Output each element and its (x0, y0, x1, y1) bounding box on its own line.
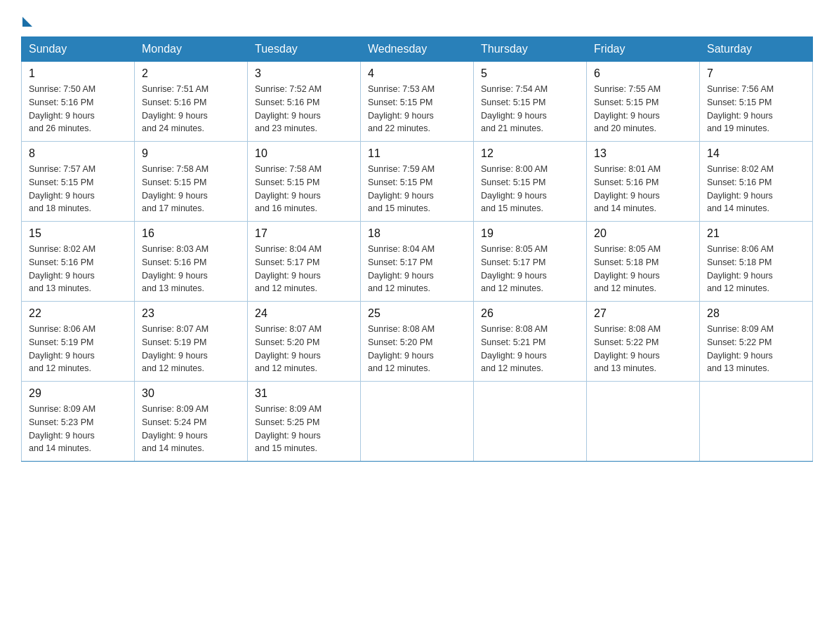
day-number: 14 (707, 147, 805, 160)
day-info: Sunrise: 8:01 AMSunset: 5:16 PMDaylight:… (594, 163, 692, 215)
calendar-cell: 18Sunrise: 8:04 AMSunset: 5:17 PMDayligh… (361, 222, 474, 302)
day-info: Sunrise: 7:59 AMSunset: 5:15 PMDaylight:… (368, 163, 466, 215)
day-number: 7 (707, 67, 805, 80)
day-number: 15 (29, 227, 127, 240)
day-number: 22 (29, 307, 127, 320)
day-number: 18 (368, 227, 466, 240)
day-number: 2 (142, 67, 240, 80)
logo-arrow-icon (22, 17, 32, 27)
day-number: 1 (29, 67, 127, 80)
day-info: Sunrise: 8:08 AMSunset: 5:20 PMDaylight:… (368, 323, 466, 375)
day-info: Sunrise: 8:07 AMSunset: 5:19 PMDaylight:… (142, 323, 240, 375)
day-number: 12 (481, 147, 579, 160)
calendar-cell: 6Sunrise: 7:55 AMSunset: 5:15 PMDaylight… (587, 62, 700, 142)
day-info: Sunrise: 8:05 AMSunset: 5:17 PMDaylight:… (481, 243, 579, 295)
calendar-cell: 14Sunrise: 8:02 AMSunset: 5:16 PMDayligh… (700, 142, 813, 222)
day-info: Sunrise: 7:58 AMSunset: 5:15 PMDaylight:… (142, 163, 240, 215)
day-info: Sunrise: 8:03 AMSunset: 5:16 PMDaylight:… (142, 243, 240, 295)
calendar-cell: 23Sunrise: 8:07 AMSunset: 5:19 PMDayligh… (135, 302, 248, 382)
calendar-cell: 8Sunrise: 7:57 AMSunset: 5:15 PMDaylight… (22, 142, 135, 222)
calendar-cell (474, 382, 587, 462)
day-number: 3 (255, 67, 353, 80)
day-number: 31 (255, 387, 353, 400)
day-info: Sunrise: 7:50 AMSunset: 5:16 PMDaylight:… (29, 83, 127, 135)
day-info: Sunrise: 8:02 AMSunset: 5:16 PMDaylight:… (29, 243, 127, 295)
day-info: Sunrise: 8:09 AMSunset: 5:23 PMDaylight:… (29, 403, 127, 455)
calendar-cell: 28Sunrise: 8:09 AMSunset: 5:22 PMDayligh… (700, 302, 813, 382)
calendar-cell: 15Sunrise: 8:02 AMSunset: 5:16 PMDayligh… (22, 222, 135, 302)
week-row-3: 15Sunrise: 8:02 AMSunset: 5:16 PMDayligh… (22, 222, 813, 302)
calendar-cell: 16Sunrise: 8:03 AMSunset: 5:16 PMDayligh… (135, 222, 248, 302)
calendar-cell: 12Sunrise: 8:00 AMSunset: 5:15 PMDayligh… (474, 142, 587, 222)
day-number: 21 (707, 227, 805, 240)
day-info: Sunrise: 8:06 AMSunset: 5:19 PMDaylight:… (29, 323, 127, 375)
day-number: 16 (142, 227, 240, 240)
page-header (21, 14, 813, 25)
day-info: Sunrise: 7:57 AMSunset: 5:15 PMDaylight:… (29, 163, 127, 215)
calendar-cell: 30Sunrise: 8:09 AMSunset: 5:24 PMDayligh… (135, 382, 248, 462)
calendar-cell: 22Sunrise: 8:06 AMSunset: 5:19 PMDayligh… (22, 302, 135, 382)
week-row-4: 22Sunrise: 8:06 AMSunset: 5:19 PMDayligh… (22, 302, 813, 382)
day-number: 24 (255, 307, 353, 320)
day-number: 8 (29, 147, 127, 160)
day-number: 23 (142, 307, 240, 320)
day-info: Sunrise: 7:56 AMSunset: 5:15 PMDaylight:… (707, 83, 805, 135)
calendar-cell: 21Sunrise: 8:06 AMSunset: 5:18 PMDayligh… (700, 222, 813, 302)
day-header-sunday: Sunday (22, 37, 135, 62)
calendar-cell: 27Sunrise: 8:08 AMSunset: 5:22 PMDayligh… (587, 302, 700, 382)
day-number: 5 (481, 67, 579, 80)
calendar-cell: 9Sunrise: 7:58 AMSunset: 5:15 PMDaylight… (135, 142, 248, 222)
calendar-cell: 7Sunrise: 7:56 AMSunset: 5:15 PMDaylight… (700, 62, 813, 142)
day-info: Sunrise: 7:51 AMSunset: 5:16 PMDaylight:… (142, 83, 240, 135)
day-number: 11 (368, 147, 466, 160)
day-number: 13 (594, 147, 692, 160)
calendar-cell (587, 382, 700, 462)
day-header-saturday: Saturday (700, 37, 813, 62)
calendar-table: SundayMondayTuesdayWednesdayThursdayFrid… (21, 36, 813, 462)
day-info: Sunrise: 8:04 AMSunset: 5:17 PMDaylight:… (255, 243, 353, 295)
calendar-cell: 29Sunrise: 8:09 AMSunset: 5:23 PMDayligh… (22, 382, 135, 462)
day-info: Sunrise: 8:07 AMSunset: 5:20 PMDaylight:… (255, 323, 353, 375)
calendar-cell: 2Sunrise: 7:51 AMSunset: 5:16 PMDaylight… (135, 62, 248, 142)
calendar-cell: 19Sunrise: 8:05 AMSunset: 5:17 PMDayligh… (474, 222, 587, 302)
day-number: 9 (142, 147, 240, 160)
day-number: 4 (368, 67, 466, 80)
week-row-1: 1Sunrise: 7:50 AMSunset: 5:16 PMDaylight… (22, 62, 813, 142)
calendar-cell: 31Sunrise: 8:09 AMSunset: 5:25 PMDayligh… (248, 382, 361, 462)
day-header-thursday: Thursday (474, 37, 587, 62)
day-header-tuesday: Tuesday (248, 37, 361, 62)
day-number: 6 (594, 67, 692, 80)
day-info: Sunrise: 8:08 AMSunset: 5:21 PMDaylight:… (481, 323, 579, 375)
calendar-cell: 3Sunrise: 7:52 AMSunset: 5:16 PMDaylight… (248, 62, 361, 142)
calendar-cell: 4Sunrise: 7:53 AMSunset: 5:15 PMDaylight… (361, 62, 474, 142)
day-number: 19 (481, 227, 579, 240)
day-number: 10 (255, 147, 353, 160)
week-row-2: 8Sunrise: 7:57 AMSunset: 5:15 PMDaylight… (22, 142, 813, 222)
day-info: Sunrise: 7:52 AMSunset: 5:16 PMDaylight:… (255, 83, 353, 135)
calendar-cell: 25Sunrise: 8:08 AMSunset: 5:20 PMDayligh… (361, 302, 474, 382)
calendar-cell: 5Sunrise: 7:54 AMSunset: 5:15 PMDaylight… (474, 62, 587, 142)
day-info: Sunrise: 7:58 AMSunset: 5:15 PMDaylight:… (255, 163, 353, 215)
day-info: Sunrise: 7:54 AMSunset: 5:15 PMDaylight:… (481, 83, 579, 135)
day-header-friday: Friday (587, 37, 700, 62)
day-info: Sunrise: 8:09 AMSunset: 5:24 PMDaylight:… (142, 403, 240, 455)
calendar-cell: 10Sunrise: 7:58 AMSunset: 5:15 PMDayligh… (248, 142, 361, 222)
day-number: 28 (707, 307, 805, 320)
day-info: Sunrise: 8:08 AMSunset: 5:22 PMDaylight:… (594, 323, 692, 375)
calendar-cell: 1Sunrise: 7:50 AMSunset: 5:16 PMDaylight… (22, 62, 135, 142)
calendar-cell: 13Sunrise: 8:01 AMSunset: 5:16 PMDayligh… (587, 142, 700, 222)
day-number: 27 (594, 307, 692, 320)
day-number: 26 (481, 307, 579, 320)
calendar-cell: 17Sunrise: 8:04 AMSunset: 5:17 PMDayligh… (248, 222, 361, 302)
day-info: Sunrise: 8:02 AMSunset: 5:16 PMDaylight:… (707, 163, 805, 215)
day-info: Sunrise: 8:09 AMSunset: 5:22 PMDaylight:… (707, 323, 805, 375)
day-info: Sunrise: 8:09 AMSunset: 5:25 PMDaylight:… (255, 403, 353, 455)
day-info: Sunrise: 8:05 AMSunset: 5:18 PMDaylight:… (594, 243, 692, 295)
day-header-monday: Monday (135, 37, 248, 62)
day-info: Sunrise: 7:55 AMSunset: 5:15 PMDaylight:… (594, 83, 692, 135)
day-info: Sunrise: 8:00 AMSunset: 5:15 PMDaylight:… (481, 163, 579, 215)
day-number: 25 (368, 307, 466, 320)
day-info: Sunrise: 8:06 AMSunset: 5:18 PMDaylight:… (707, 243, 805, 295)
day-number: 30 (142, 387, 240, 400)
calendar-cell (361, 382, 474, 462)
